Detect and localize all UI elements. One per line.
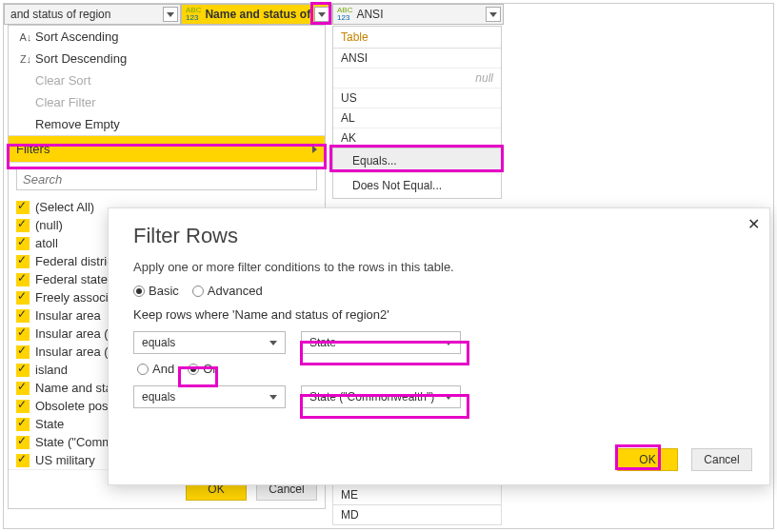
advanced-radio[interactable]: Advanced	[192, 284, 263, 298]
col-header-region1[interactable]: and status of region	[4, 4, 181, 25]
type-icon: ABC123	[186, 7, 201, 22]
checkbox-icon	[16, 291, 30, 305]
chevron-down-icon	[445, 395, 452, 400]
remove-empty[interactable]: Remove Empty	[9, 113, 325, 135]
checkbox-label: atoll	[35, 236, 58, 250]
chevron-down-icon	[445, 341, 452, 345]
col-header-ansi[interactable]: ABC123 ANSI	[332, 4, 504, 25]
type-icon: ABC123	[337, 7, 352, 22]
checkbox-icon	[16, 418, 30, 431]
value-select-2[interactable]: State ("Commonwealth")	[301, 385, 461, 408]
checkbox-label: Federal district	[35, 254, 116, 268]
dialog-cancel-button[interactable]: Cancel	[691, 448, 752, 471]
condition-row-1: equals State	[133, 331, 745, 354]
value-select-1[interactable]: State	[301, 331, 461, 354]
checkbox-icon	[16, 309, 30, 323]
sort-descending[interactable]: Z↓Sort Descending	[9, 48, 325, 69]
checkbox-label: (Select All)	[35, 200, 94, 214]
preview-item[interactable]: null	[333, 69, 501, 89]
column-preview-extra: MEMD	[332, 485, 502, 525]
checkbox-icon	[16, 436, 30, 449]
chevron-down-icon	[269, 341, 277, 345]
column-headers: and status of region ABC123 Name and sta…	[4, 4, 773, 25]
preview-item[interactable]: ANSI	[333, 49, 501, 69]
checkbox-label: State	[35, 417, 64, 431]
checkbox-icon	[16, 237, 30, 250]
dialog-ok-button[interactable]: OK	[617, 448, 678, 471]
clear-filter: Clear Filter	[9, 91, 325, 113]
preview-header: Table	[333, 27, 501, 49]
sort-desc-icon: Z↓	[16, 53, 35, 65]
preview-item[interactable]: US	[333, 89, 501, 108]
dialog-buttons: OK Cancel	[617, 448, 752, 471]
checkbox-icon	[16, 255, 30, 268]
sort-asc-icon: A↓	[16, 31, 35, 43]
checkbox-icon	[16, 454, 30, 467]
condition-row-2: equals State ("Commonwealth")	[133, 385, 745, 408]
close-icon[interactable]: ✕	[743, 214, 764, 235]
dialog-description: Apply one or more filter conditions to t…	[133, 260, 745, 274]
dropdown-icon[interactable]	[314, 7, 329, 22]
chevron-right-icon	[312, 146, 317, 153]
checkbox-label: Insular area	[35, 308, 101, 323]
not-equals-option[interactable]: Does Not Equal...	[333, 173, 501, 198]
preview-item[interactable]: ME	[332, 485, 502, 505]
dropdown-icon[interactable]	[486, 7, 501, 22]
preview-item[interactable]: MD	[332, 505, 502, 525]
checkbox-icon	[16, 327, 30, 341]
checkbox-icon	[16, 219, 30, 232]
checkbox-icon	[16, 273, 30, 286]
and-radio[interactable]: And	[137, 362, 174, 376]
search-row	[9, 163, 325, 196]
preview-item[interactable]: AK	[333, 128, 501, 148]
checkbox-icon	[16, 364, 30, 377]
checkbox-label: island	[35, 363, 68, 377]
checkbox-icon	[16, 382, 30, 395]
operator-select-1[interactable]: equals	[133, 331, 286, 354]
sort-ascending[interactable]: A↓Sort Ascending	[9, 26, 325, 48]
checkbox-icon	[16, 345, 30, 359]
checkbox-icon	[16, 201, 30, 214]
chevron-down-icon	[269, 395, 277, 400]
dropdown-icon[interactable]	[163, 7, 178, 22]
equals-option[interactable]: Equals...	[333, 148, 501, 173]
col-header-region2[interactable]: ABC123 Name and status of region2	[181, 4, 332, 25]
filter-rows-dialog: ✕ Filter Rows Apply one or more filter c…	[108, 207, 770, 485]
operator-select-2[interactable]: equals	[133, 385, 286, 408]
checkbox-label: Insular area (t	[35, 345, 111, 359]
column-preview: Table ANSInullUSALAK	[332, 26, 502, 149]
search-input[interactable]	[16, 168, 317, 190]
dialog-title: Filter Rows	[133, 224, 745, 248]
preview-item[interactable]: AL	[333, 108, 501, 128]
and-or-radios: And Or	[137, 362, 745, 376]
mode-radios: Basic Advanced	[133, 284, 745, 298]
filters-submenu[interactable]: Filters	[9, 135, 325, 163]
clear-sort: Clear Sort	[9, 69, 325, 91]
checkbox-label: US military	[35, 453, 95, 467]
or-radio[interactable]: Or	[188, 362, 216, 376]
checkbox-icon	[16, 400, 30, 413]
keep-rows-label: Keep rows where 'Name and status of regi…	[133, 307, 745, 322]
checkbox-label: Federal state	[35, 272, 108, 286]
filters-submenu-panel: Equals... Does Not Equal...	[332, 148, 502, 199]
checkbox-label: Insular area (e	[35, 326, 115, 341]
checkbox-label: (null)	[35, 218, 63, 232]
basic-radio[interactable]: Basic	[133, 284, 179, 298]
